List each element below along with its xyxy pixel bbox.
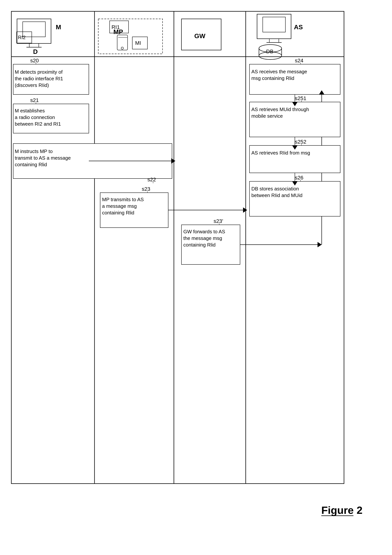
svg-text:D: D bbox=[33, 48, 38, 55]
svg-text:containing Rlid: containing Rlid bbox=[15, 162, 47, 167]
svg-text:M establishes: M establishes bbox=[15, 108, 45, 114]
svg-rect-25 bbox=[263, 17, 285, 32]
svg-text:a radio connection: a radio connection bbox=[15, 115, 55, 120]
svg-marker-69 bbox=[318, 242, 322, 247]
svg-text:the message msg: the message msg bbox=[183, 235, 222, 241]
svg-rect-14 bbox=[98, 19, 163, 54]
svg-text:the radio interface RI1: the radio interface RI1 bbox=[15, 76, 63, 81]
svg-text:transmit to AS a message: transmit to AS a message bbox=[15, 155, 71, 161]
svg-text:MI: MI bbox=[135, 40, 141, 46]
svg-text:RI2: RI2 bbox=[18, 35, 26, 40]
svg-text:GW: GW bbox=[194, 32, 206, 39]
svg-text:containing Rlid: containing Rlid bbox=[183, 242, 216, 248]
svg-text:between RI2 and RI1: between RI2 and RI1 bbox=[15, 121, 61, 127]
svg-text:MP transmits to AS: MP transmits to AS bbox=[102, 197, 144, 202]
page: M RI2 D MP RI1 MI GW AS DB bbox=[0, 0, 392, 555]
svg-text:mobile service: mobile service bbox=[251, 113, 283, 119]
svg-text:s252: s252 bbox=[295, 139, 306, 145]
svg-text:s21: s21 bbox=[30, 97, 39, 103]
svg-text:AS receives the message: AS receives the message bbox=[251, 69, 307, 74]
svg-text:s251: s251 bbox=[295, 95, 306, 101]
svg-text:containing Rlid: containing Rlid bbox=[102, 210, 134, 216]
svg-text:AS retrieves RIid from msg: AS retrieves RIid from msg bbox=[251, 150, 310, 156]
svg-text:DB: DB bbox=[266, 49, 274, 54]
svg-rect-24 bbox=[257, 14, 291, 39]
svg-text:AS retrieves MUid through: AS retrieves MUid through bbox=[251, 107, 309, 112]
svg-rect-26 bbox=[269, 39, 279, 43]
svg-text:between RIid and MUid: between RIid and MUid bbox=[251, 192, 303, 198]
svg-point-18 bbox=[121, 47, 123, 49]
svg-text:a message msg: a message msg bbox=[102, 203, 137, 209]
svg-text:RI1: RI1 bbox=[111, 24, 120, 30]
svg-text:(discovers RIid): (discovers RIid) bbox=[15, 82, 49, 88]
svg-text:s22: s22 bbox=[148, 177, 156, 183]
svg-text:DB stores association: DB stores association bbox=[251, 186, 299, 191]
svg-text:M detects proximity of: M detects proximity of bbox=[15, 69, 63, 75]
svg-text:GW forwards to AS: GW forwards to AS bbox=[183, 229, 225, 234]
diagram-svg: M RI2 D MP RI1 MI GW AS DB bbox=[0, 0, 392, 555]
svg-text:M instructs MP to: M instructs MP to bbox=[15, 148, 52, 154]
figure-label: Figure 2 bbox=[321, 504, 362, 516]
svg-rect-17 bbox=[117, 35, 128, 50]
svg-text:s20: s20 bbox=[30, 58, 39, 64]
svg-rect-7 bbox=[29, 44, 39, 47]
svg-text:msg containing Rlid: msg containing Rlid bbox=[251, 75, 294, 81]
svg-marker-61 bbox=[243, 207, 247, 213]
svg-text:s26: s26 bbox=[295, 175, 303, 181]
svg-text:M: M bbox=[56, 23, 61, 31]
svg-text:s24: s24 bbox=[295, 58, 303, 64]
svg-text:AS: AS bbox=[294, 23, 303, 31]
svg-rect-6 bbox=[23, 22, 45, 37]
svg-text:s23': s23' bbox=[214, 218, 223, 224]
svg-text:s23: s23 bbox=[142, 186, 150, 192]
svg-marker-53 bbox=[171, 158, 175, 164]
